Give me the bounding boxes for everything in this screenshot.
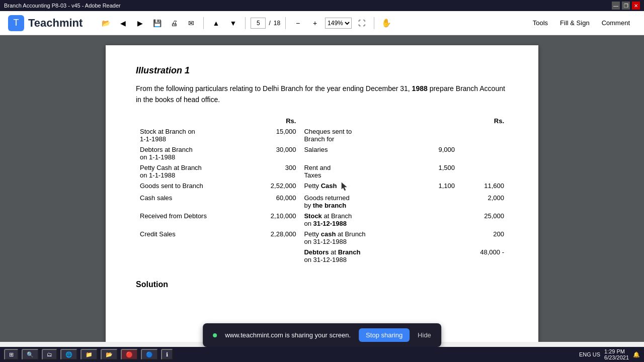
fit-page-button[interactable]: ⛶ xyxy=(355,16,369,30)
left-label: Debtors at Branchon 1-1-1988 xyxy=(136,144,246,162)
table-row: Debtors at Branchon 1-1-1988 30,000 Sala… xyxy=(136,144,508,162)
illustration-title: Illustration 1 xyxy=(136,65,508,76)
taskbar-search[interactable]: 🔍 xyxy=(22,349,39,360)
right-amount: 25,000 xyxy=(459,211,508,229)
page-separator: / xyxy=(269,20,270,27)
zoom-select[interactable]: 149% 100% 75% xyxy=(325,18,352,29)
left-amount xyxy=(246,247,300,265)
taskbar-edge[interactable]: 🌐 xyxy=(60,349,77,360)
left-label: Stock at Branch on1-1-1988 xyxy=(136,126,246,144)
right-sub-amount xyxy=(410,193,459,211)
taskbar-notification[interactable]: 🔔 xyxy=(633,351,640,358)
right-sub-amount: 1,100 xyxy=(410,180,459,193)
solution-heading: Solution xyxy=(136,280,508,289)
intro-paragraph: From the following particulars relating … xyxy=(136,83,508,106)
sharing-message: www.teachmint.com is sharing your screen… xyxy=(225,331,351,339)
comment-menu[interactable]: Comment xyxy=(596,17,636,29)
data-table: Rs. Rs. Stock at Branch on1-1-1988 15,00… xyxy=(136,116,508,265)
taskbar-folder[interactable]: 📂 xyxy=(101,349,118,360)
save-button[interactable]: 💾 xyxy=(150,16,164,30)
right-sub-header xyxy=(410,116,459,126)
taskbar-explorer[interactable]: 📁 xyxy=(80,349,98,360)
svg-marker-0 xyxy=(342,183,347,191)
sharing-notification-bar: www.teachmint.com is sharing your screen… xyxy=(203,323,441,347)
separator-2 xyxy=(245,17,246,29)
table-row: Credit Sales 2,28,000 Petty cash at Brun… xyxy=(136,229,508,247)
table-row: Stock at Branch on1-1-1988 15,000 Cheque… xyxy=(136,126,508,144)
scroll-up-button[interactable]: ▲ xyxy=(209,16,223,30)
pdf-viewer: Illustration 1 From the following partic… xyxy=(0,35,644,342)
table-row: Received from Debtors 2,10,000 Stock at … xyxy=(136,211,508,229)
left-label: Received from Debtors xyxy=(136,211,246,229)
scroll-down-button[interactable]: ▼ xyxy=(226,16,240,30)
arrow-right-button[interactable]: ▶ xyxy=(133,16,147,30)
right-label: Petty cash at Brunchon 31-12-1988 xyxy=(300,229,410,247)
zoom-out-button[interactable]: − xyxy=(291,16,305,30)
window-controls: — ❐ ✕ xyxy=(612,2,640,10)
stop-sharing-button[interactable]: Stop sharing xyxy=(359,328,410,342)
right-label-header xyxy=(300,116,410,126)
right-label: Goods returnedby the branch xyxy=(300,193,410,211)
start-button[interactable]: ⊞ xyxy=(4,349,19,360)
left-label: Cash sales xyxy=(136,193,246,211)
left-amount: 2,10,000 xyxy=(246,211,300,229)
close-button[interactable]: ✕ xyxy=(632,2,640,10)
taskbar-chrome[interactable]: 🔵 xyxy=(141,349,158,360)
left-amount: 2,28,000 xyxy=(246,229,300,247)
left-label: Credit Sales xyxy=(136,229,246,247)
email-button[interactable]: ✉ xyxy=(184,16,198,30)
right-amount xyxy=(459,144,508,162)
logo-text: Teachmint xyxy=(28,17,83,30)
table-row: Cash sales 60,000 Goods returnedby the b… xyxy=(136,193,508,211)
right-rs-header: Rs. xyxy=(459,116,508,126)
open-button[interactable]: 📂 xyxy=(99,16,113,30)
total-pages: 18 xyxy=(274,20,280,27)
right-label: Stock at Branchon 31-12-1988 xyxy=(300,211,410,229)
right-label: Salaries xyxy=(300,144,410,162)
left-amount: 15,000 xyxy=(246,126,300,144)
right-amount: 2,000 xyxy=(459,193,508,211)
taskbar-time: 1:29 PM6/23/2021 xyxy=(604,348,629,360)
hide-button[interactable]: Hide xyxy=(418,331,431,339)
fill-sign-menu[interactable]: Fill & Sign xyxy=(554,17,596,29)
left-label-header xyxy=(136,116,246,126)
right-amount: 48,000 - xyxy=(459,247,508,265)
right-label: Cheques sent toBranch for xyxy=(300,126,410,144)
hand-tool-button[interactable]: ✋ xyxy=(379,16,393,30)
left-amount: 30,000 xyxy=(246,144,300,162)
arrow-left-button[interactable]: ◀ xyxy=(116,16,130,30)
left-label: Petty Cash at Branchon 1-1-1988 xyxy=(136,162,246,180)
separator-1 xyxy=(203,17,204,29)
maximize-button[interactable]: ❐ xyxy=(622,2,630,10)
table-row: Goods sent to Branch 2,52,000 Petty Cash… xyxy=(136,180,508,193)
app-header: T Teachmint 📂 ◀ ▶ 💾 🖨 ✉ ▲ ▼ / 18 − + 149… xyxy=(0,11,644,35)
page-number-input[interactable] xyxy=(251,18,266,29)
tools-menu[interactable]: Tools xyxy=(527,17,554,29)
right-sub-amount xyxy=(410,247,459,265)
zoom-in-button[interactable]: + xyxy=(308,16,322,30)
left-label xyxy=(136,247,246,265)
taskbar-lang: ENG US xyxy=(579,351,600,357)
taskbar-acrobat[interactable]: 🔴 xyxy=(121,349,138,360)
table-row: Petty Cash at Branchon 1-1-1988 300 Rent… xyxy=(136,162,508,180)
separator-3 xyxy=(285,17,286,29)
minimize-button[interactable]: — xyxy=(612,2,620,10)
right-label: Debtors at Branchon 31-12-1988 xyxy=(300,247,410,265)
right-amount xyxy=(459,126,508,144)
sharing-indicator-dot xyxy=(213,333,217,337)
print-button[interactable]: 🖨 xyxy=(167,16,181,30)
left-amount: 300 xyxy=(246,162,300,180)
window-title: Branch Accounting P8-03 - v45 - Adobe Re… xyxy=(4,3,121,9)
taskbar-ie[interactable]: ℹ xyxy=(161,349,173,360)
taskbar-taskview[interactable]: 🗂 xyxy=(42,349,57,360)
left-amount: 2,52,000 xyxy=(246,180,300,193)
left-label: Goods sent to Branch xyxy=(136,180,246,193)
right-amount xyxy=(459,162,508,180)
right-sub-amount xyxy=(410,211,459,229)
right-sub-amount xyxy=(410,229,459,247)
logo: T Teachmint xyxy=(8,15,83,31)
right-amount: 11,600 xyxy=(459,180,508,193)
logo-icon: T xyxy=(8,15,24,31)
left-amount: 60,000 xyxy=(246,193,300,211)
system-tray: ENG US 1:29 PM6/23/2021 🔔 xyxy=(579,348,640,360)
